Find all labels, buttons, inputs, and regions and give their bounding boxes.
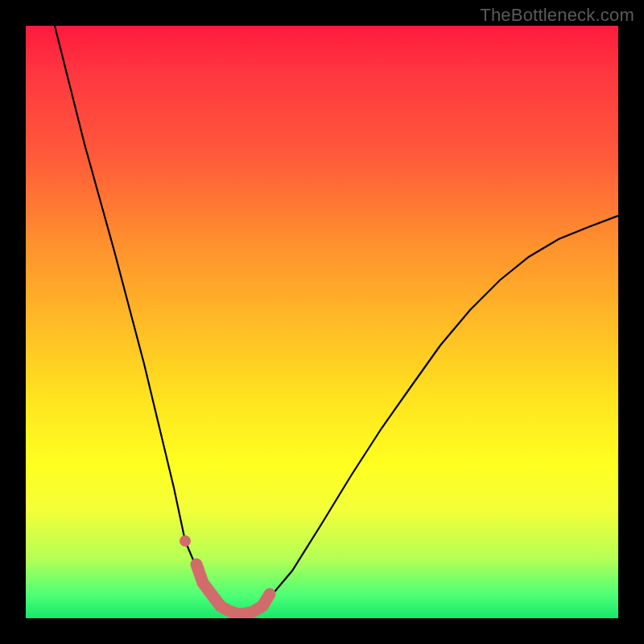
svg-point-0 (180, 535, 191, 547)
bottleneck-curve (55, 26, 618, 613)
watermark-text: TheBottleneck.com (480, 5, 634, 26)
plot-area (26, 26, 618, 618)
chart-frame: TheBottleneck.com (0, 0, 644, 644)
highlight-segment (180, 535, 270, 614)
curve-layer (26, 26, 618, 618)
